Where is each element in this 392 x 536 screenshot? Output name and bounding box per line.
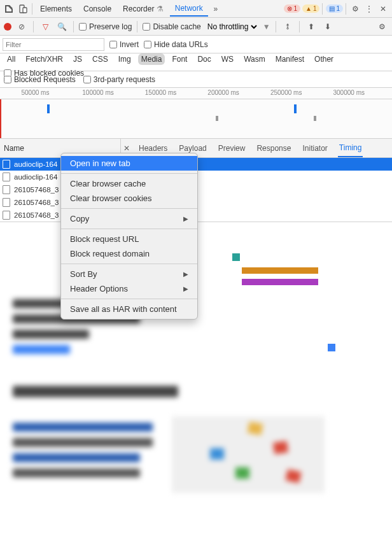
warn-badge[interactable]: ▲ 1 (302, 4, 319, 13)
file-icon (3, 198, 10, 207)
preserve-log-checkbox[interactable]: Preserve log (79, 22, 132, 31)
ctx-clear-cache[interactable]: Clear browser cache (61, 176, 197, 191)
hide-data-urls-checkbox[interactable]: Hide data URLs (144, 40, 208, 49)
chevron-right-icon: ▶ (183, 285, 188, 292)
ctx-block-domain[interactable]: Block request domain (61, 246, 197, 261)
inspect-icon[interactable] (3, 3, 15, 15)
ctx-clear-cookies[interactable]: Clear browser cookies (61, 191, 197, 206)
chevron-right-icon: ▶ (183, 271, 188, 278)
timing-bars (242, 267, 318, 285)
tab-elements[interactable]: Elements (35, 2, 77, 16)
file-icon (3, 173, 10, 181)
tab-initiator[interactable]: Initiator (301, 140, 328, 157)
record-icon[interactable] (4, 23, 11, 31)
chip-css[interactable]: CSS (89, 53, 111, 65)
chip-all[interactable]: All (4, 53, 18, 65)
chip-media[interactable]: Media (138, 53, 165, 65)
throttle-select[interactable]: No throttling (205, 22, 259, 32)
device-icon[interactable] (17, 3, 29, 15)
invert-checkbox[interactable]: Invert (109, 40, 139, 49)
download-icon[interactable]: ⬇ (321, 20, 334, 33)
close-icon[interactable]: ✕ (377, 3, 389, 15)
more-tabs-icon[interactable]: » (209, 3, 222, 15)
chip-fetchxhr[interactable]: Fetch/XHR (22, 53, 66, 65)
tab-console[interactable]: Console (78, 2, 116, 16)
upload-icon[interactable]: ⬆ (305, 20, 318, 33)
tab-timing[interactable]: Timing (338, 139, 363, 157)
timing-marker (232, 253, 240, 261)
file-icon (3, 185, 10, 194)
search-icon[interactable]: 🔍 (55, 20, 68, 33)
type-filter-row: All Fetch/XHR JS CSS Img Media Font Doc … (0, 53, 392, 71)
ctx-sort-by[interactable]: Sort By▶ (61, 267, 197, 281)
filter-input[interactable] (3, 38, 104, 51)
obscured-content (0, 286, 392, 536)
ctx-open-new-tab[interactable]: Open in new tab (61, 156, 197, 171)
file-icon (3, 160, 10, 169)
chip-img[interactable]: Img (115, 53, 134, 65)
chevron-right-icon: ▶ (183, 215, 188, 222)
clear-icon[interactable]: ⊘ (15, 20, 28, 33)
chip-doc[interactable]: Doc (194, 53, 214, 65)
disable-cache-checkbox[interactable]: Disable cache (143, 22, 200, 31)
timeline-overview[interactable] (0, 99, 392, 139)
tab-preview[interactable]: Preview (217, 140, 247, 157)
context-menu: Open in new tab Clear browser cache Clea… (60, 153, 198, 320)
ctx-copy[interactable]: Copy▶ (61, 211, 197, 226)
kebab-icon[interactable]: ⋮ (363, 3, 375, 15)
wifi-icon[interactable]: ⥉ (281, 20, 294, 33)
chip-ws[interactable]: WS (218, 53, 237, 65)
chip-manifest[interactable]: Manifest (272, 53, 307, 65)
issues-badge[interactable]: ▤ 1 (326, 4, 343, 13)
chip-js[interactable]: JS (70, 53, 85, 65)
file-icon (3, 211, 10, 220)
third-party-checkbox[interactable]: 3rd-party requests (83, 75, 155, 84)
tab-recorder[interactable]: Recorder ⚗ (118, 2, 169, 16)
chip-font[interactable]: Font (169, 53, 190, 65)
ctx-block-url[interactable]: Block request URL (61, 232, 197, 246)
ctx-save-har[interactable]: Save all as HAR with content (61, 302, 197, 316)
chip-wasm[interactable]: Wasm (241, 53, 269, 65)
timeline-ruler[interactable]: 50000 ms 100000 ms 150000 ms 200000 ms 2… (0, 88, 392, 99)
svg-rect-1 (23, 8, 27, 13)
close-detail-icon[interactable]: ✕ (121, 144, 132, 153)
blocked-requests-checkbox[interactable]: Blocked Requests (4, 75, 76, 84)
tab-network[interactable]: Network (170, 1, 208, 17)
ctx-header-options[interactable]: Header Options▶ (61, 281, 197, 296)
panel-gear-icon[interactable]: ⚙ (375, 20, 388, 33)
error-badge[interactable]: ⊗ 1 (284, 4, 300, 13)
chip-other[interactable]: Other (311, 53, 337, 65)
gear-icon[interactable]: ⚙ (349, 3, 361, 15)
tab-response[interactable]: Response (255, 140, 292, 157)
filter-icon[interactable]: ▽ (39, 20, 52, 33)
